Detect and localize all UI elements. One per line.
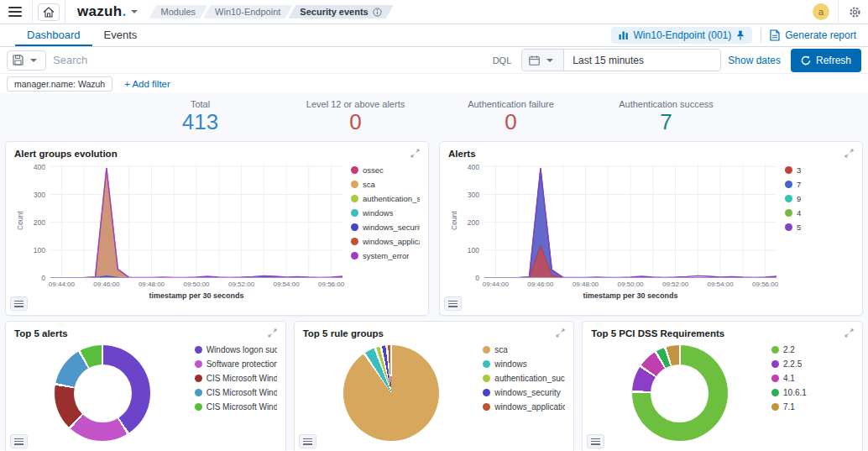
legend-item[interactable]: windows_application [483, 402, 565, 412]
chevron-down-icon [30, 59, 37, 62]
y-axis-title: Count [14, 164, 25, 278]
legend-label: 3 [797, 165, 801, 175]
breadcrumb-security-events[interactable]: Security events [288, 5, 393, 18]
legend-item[interactable]: ossec [351, 165, 420, 175]
legend-item[interactable]: CIS Microsoft Wind... [195, 402, 277, 412]
plot-area [50, 164, 342, 278]
legend-dot [351, 238, 358, 245]
time-range-value[interactable]: Last 15 minutes [564, 55, 720, 66]
legend-item[interactable]: windows [351, 208, 420, 218]
legend-item[interactable]: 4 [785, 208, 854, 218]
legend-item[interactable]: system_error [351, 251, 420, 260]
legend-label: 7 [797, 180, 801, 189]
legend-item[interactable]: 7.1 [771, 402, 854, 412]
pin-icon[interactable] [736, 30, 745, 40]
chart-legend: scawindowsauthentication_succ...windows_… [479, 340, 565, 446]
legend-label: 5 [797, 223, 801, 232]
gear-icon [849, 6, 861, 18]
legend-item[interactable]: 3 [785, 165, 854, 175]
legend-item[interactable]: sca [483, 345, 565, 354]
expand-icon[interactable] [844, 149, 854, 158]
inspect-button[interactable] [10, 296, 28, 311]
chart-legend: Windows logon suc...Software protection.… [191, 340, 277, 446]
area-chart [50, 164, 342, 278]
chevron-down-icon[interactable] [131, 10, 138, 13]
calendar-icon [529, 55, 540, 66]
settings-button[interactable] [838, 0, 861, 24]
legend-item[interactable]: Windows logon suc... [195, 345, 277, 354]
legend-item[interactable]: 10.6.1 [771, 388, 854, 397]
expand-icon[interactable] [268, 328, 277, 338]
legend-item[interactable]: windows_security [483, 388, 565, 397]
refresh-icon [801, 55, 811, 66]
expand-icon[interactable] [410, 149, 420, 158]
x-axis-ticks: 09:44:0009:46:0009:48:0009:50:0009:52:00… [484, 278, 776, 289]
legend-item[interactable]: 2.2.5 [771, 359, 854, 369]
saved-query-menu-button[interactable] [7, 50, 46, 71]
stat-label: Total [123, 99, 278, 109]
pie-chart[interactable] [343, 345, 439, 441]
expand-icon[interactable] [844, 328, 854, 338]
filter-bar: manager.name: Wazuh + Add filter [0, 74, 868, 93]
info-icon[interactable] [373, 8, 382, 17]
legend-label: 10.6.1 [783, 388, 807, 397]
menu-icon[interactable] [8, 7, 22, 17]
stat-label: Authentication success [588, 99, 744, 109]
breadcrumb-modules[interactable]: Modules [149, 5, 207, 18]
legend-item[interactable]: 4.1 [771, 374, 854, 383]
legend-item[interactable]: sca [351, 180, 420, 189]
legend-label: windows_application [494, 402, 565, 412]
legend-item[interactable]: windows [483, 359, 565, 369]
legend-item[interactable]: windows_application [351, 237, 420, 246]
inspect-button[interactable] [444, 296, 462, 311]
expand-icon[interactable] [556, 328, 565, 338]
search-input[interactable] [53, 54, 483, 66]
x-tick-label: 09:56:00 [318, 281, 344, 288]
donut-chart[interactable] [632, 345, 728, 441]
query-language-button[interactable]: DQL [489, 55, 515, 66]
show-dates-button[interactable]: Show dates [728, 55, 781, 66]
refresh-button[interactable]: Refresh [791, 49, 861, 72]
avatar[interactable]: a [813, 3, 829, 20]
legend-label: Software protection... [207, 359, 277, 369]
module-tab-bar: Dashboard Events Win10-Endpoint (001) Ge… [0, 24, 868, 47]
legend-item[interactable]: CIS Microsoft Wind... [195, 374, 277, 383]
legend-item[interactable]: 9 [785, 194, 854, 203]
legend-dot [195, 346, 202, 354]
donut-chart[interactable] [55, 345, 150, 441]
home-icon [43, 7, 55, 18]
tab-dashboard[interactable]: Dashboard [15, 24, 92, 46]
legend-item[interactable]: authentication_succ... [483, 374, 565, 383]
generate-report-button[interactable]: Generate report [770, 24, 856, 46]
panel-alert-groups-evolution: Alert groups evolution Count 01002003004… [5, 141, 429, 316]
inspect-button[interactable] [10, 434, 28, 448]
legend-item[interactable]: windows_security [351, 223, 420, 232]
filter-chip-manager-name[interactable]: manager.name: Wazuh [7, 76, 112, 92]
x-tick-label: 09:54:00 [707, 281, 733, 288]
legend-label: 4.1 [783, 374, 795, 383]
calendar-menu-button[interactable] [522, 50, 564, 71]
legend-item[interactable]: 5 [785, 223, 854, 232]
legend-dot [771, 360, 779, 368]
legend-item[interactable]: 2.2 [771, 345, 854, 354]
dashboard-content: Total 413 Level 12 or above alerts 0 Aut… [0, 93, 868, 450]
y-tick-label: 200 [34, 218, 45, 227]
legend-label: sca [494, 345, 508, 354]
legend-item[interactable]: authentication_suc... [351, 194, 420, 203]
legend-item[interactable]: CIS Microsoft Wind... [195, 388, 277, 397]
add-filter-button[interactable]: + Add filter [124, 79, 170, 89]
wazuh-logo[interactable]: wazuh. [77, 3, 126, 20]
legend-label: windows_security [494, 388, 560, 397]
legend-label: 2.2 [783, 345, 795, 354]
inspect-button[interactable] [587, 434, 604, 448]
y-tick-label: 0 [41, 274, 45, 282]
y-tick-label: 100 [34, 246, 45, 254]
tab-events[interactable]: Events [92, 24, 149, 46]
inspect-button[interactable] [299, 434, 316, 448]
legend-item[interactable]: 7 [785, 180, 854, 189]
breadcrumb-agent[interactable]: Win10-Endpoint [203, 5, 292, 18]
home-button[interactable] [38, 3, 60, 21]
selected-agent-button[interactable]: Win10-Endpoint (001) [611, 27, 753, 44]
legend-label: system_error [363, 251, 409, 260]
legend-item[interactable]: Software protection... [195, 359, 277, 369]
